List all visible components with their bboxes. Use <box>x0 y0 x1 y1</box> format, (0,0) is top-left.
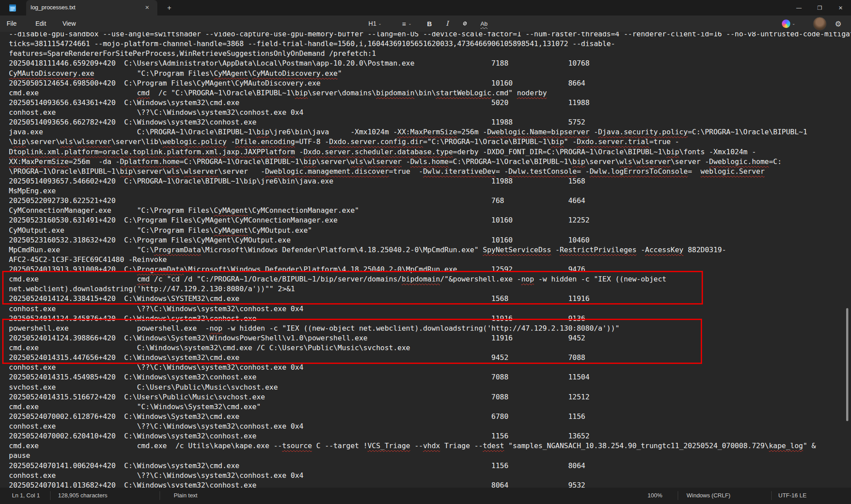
link-button[interactable] <box>457 18 472 29</box>
bold-button[interactable]: B <box>422 18 437 29</box>
chevron-down-icon: ⌄ <box>378 21 382 26</box>
notepad-window: log_processes.txt ✕ + — ❐ ✕ File Edit Vi… <box>0 0 851 504</box>
zoom-level[interactable]: 100% <box>648 492 662 499</box>
cursor-position: Ln 1, Col 1 <box>12 492 40 499</box>
link-icon <box>461 20 469 27</box>
heading-label: H1 <box>368 20 376 27</box>
tab-log-processes[interactable]: log_processes.txt ✕ <box>26 0 157 16</box>
user-avatar[interactable] <box>813 17 827 31</box>
divider <box>160 491 160 500</box>
settings-button[interactable]: ⚙ <box>831 18 845 30</box>
text-area[interactable]: --disable-gpu-sandbox --use-angle=swifts… <box>0 32 851 488</box>
line-endings[interactable]: Windows (CRLF) <box>687 492 730 499</box>
restore-button[interactable]: ❐ <box>809 0 830 16</box>
menu-file[interactable]: File <box>4 19 20 28</box>
heading-style-dropdown[interactable]: H1 ⌄ <box>363 18 387 29</box>
copilot-button[interactable]: ⌄ <box>778 18 799 29</box>
window-controls: — ❐ ✕ <box>789 0 851 16</box>
gear-icon: ⚙ <box>835 20 841 29</box>
close-button[interactable]: ✕ <box>830 0 851 16</box>
vertical-scrollbar[interactable] <box>846 308 848 421</box>
encoding[interactable]: UTF-16 LE <box>778 492 807 499</box>
list-icon: ≡ <box>402 20 406 27</box>
character-count: 128,905 characters <box>58 492 107 499</box>
document-type: Plain text <box>174 492 197 499</box>
spellcheck-icon: Ab <box>480 20 488 27</box>
notepad-app-icon <box>9 4 16 12</box>
menu-view[interactable]: View <box>60 19 78 28</box>
chevron-down-icon: ⌄ <box>792 21 796 26</box>
spellcheck-button[interactable]: Ab <box>475 18 493 29</box>
copilot-icon <box>782 20 790 28</box>
menu-bar: File Edit View H1 ⌄ ≡ ⌄ B I Ab ⌄ ⚙ <box>0 16 851 32</box>
menu-edit[interactable]: Edit <box>33 19 49 28</box>
new-tab-button[interactable]: + <box>164 3 174 13</box>
title-bar: log_processes.txt ✕ + — ❐ ✕ <box>0 0 851 16</box>
divider <box>50 491 51 500</box>
divider <box>678 491 678 500</box>
chevron-down-icon: ⌄ <box>408 21 412 26</box>
status-bar: Ln 1, Col 1 128,905 characters Plain tex… <box>0 488 851 504</box>
italic-button[interactable]: I <box>440 18 455 29</box>
divider <box>771 491 772 500</box>
list-dropdown[interactable]: ≡ ⌄ <box>395 18 418 29</box>
tab-title: log_processes.txt <box>31 4 75 11</box>
log-text: --disable-gpu-sandbox --use-angle=swifts… <box>9 32 851 488</box>
tab-close-icon[interactable]: ✕ <box>143 4 151 12</box>
minimize-button[interactable]: — <box>789 0 809 16</box>
